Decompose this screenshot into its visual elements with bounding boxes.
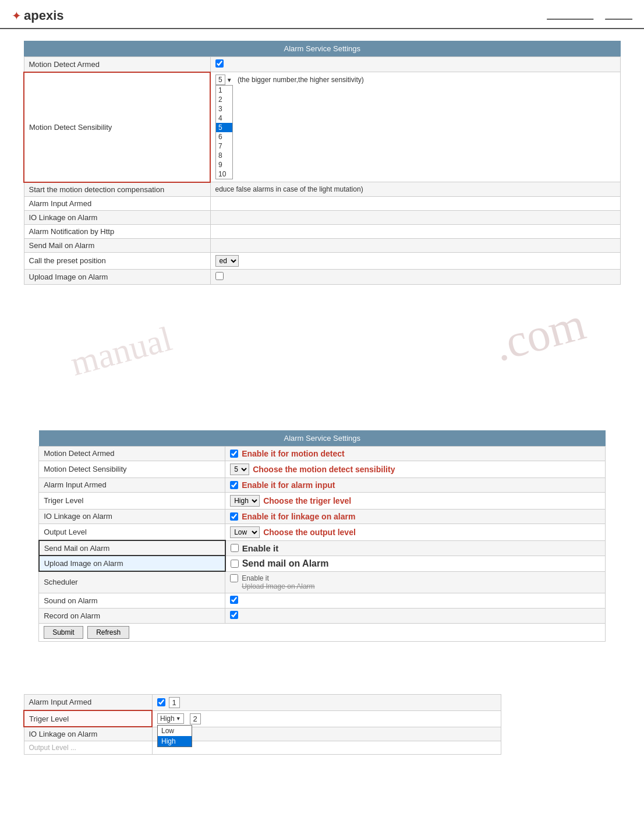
main-content: Alarm Service Settings Motion Detect Arm… <box>0 29 644 653</box>
sensibility-note: (the bigger number,the higher sensitivit… <box>238 75 364 84</box>
preset-position-label: Call the preset position <box>24 252 210 269</box>
send-mail-value <box>210 238 621 252</box>
m-sound-value <box>225 593 606 608</box>
io-linkage-label: IO Linkage on Alarm <box>24 210 210 224</box>
b-alarm-input-checkbox[interactable] <box>157 698 165 706</box>
m-alarm-input-value: Enable it for alarm input <box>225 478 606 492</box>
m-motion-detect-checkbox[interactable] <box>230 450 238 458</box>
table-row: Motion Detect Armed Enable it for motion… <box>39 446 606 461</box>
m-sound-checkbox[interactable] <box>230 596 238 604</box>
row-value <box>210 57 621 72</box>
m-record-label: Record on Alarm <box>39 608 225 623</box>
dropdown-arrow[interactable]: ▼ <box>227 77 232 83</box>
table-row: Sound on Alarm <box>39 593 606 608</box>
table-row: Alarm Input Armed <box>24 196 621 210</box>
option-9[interactable]: 9 <box>216 160 232 169</box>
top-table-title: Alarm Service Settings <box>24 41 621 57</box>
alarm-input-armed-value <box>210 196 621 210</box>
triger-select-display[interactable]: High ▼ <box>157 713 184 724</box>
table-row: Alarm Input Armed 1 <box>24 694 501 710</box>
bottom-alarm-table: Alarm Input Armed 1 Triger Level High ▼ <box>23 694 501 755</box>
alarm-input-armed-label: Alarm Input Armed <box>24 196 210 210</box>
m-scheduler-checkbox[interactable] <box>230 574 238 582</box>
m-output-label: Output Level <box>39 524 225 540</box>
motion-sensibility-label: Motion Detect Sensibility <box>24 72 210 182</box>
m-send-mail-label: Send Mail on Alarm <box>39 540 225 556</box>
header-link-2[interactable]: _______ <box>605 12 632 20</box>
table-row: Triger Level High Low Choose the triger … <box>39 492 606 509</box>
m-scheduler-note2: Upload Image on Alarm <box>242 582 314 590</box>
send-mail-label: Send Mail on Alarm <box>24 238 210 252</box>
b-triger-value: High ▼ Low High 2 <box>152 710 501 727</box>
upload-image-checkbox[interactable] <box>215 272 224 280</box>
logo-text: apexis <box>24 8 64 23</box>
m-motion-detect-value: Enable it for motion detect <box>225 446 606 461</box>
triger-option-low[interactable]: Low <box>158 726 192 736</box>
preset-select[interactable]: ed <box>215 255 239 267</box>
motion-detect-armed-checkbox[interactable] <box>215 59 224 68</box>
table-row: IO Linkage on Alarm Enable it for linkag… <box>39 509 606 524</box>
top-alarm-table: Alarm Service Settings Motion Detect Arm… <box>23 41 621 285</box>
sensibility-dropdown[interactable]: 1 2 3 4 5 6 7 8 9 10 <box>215 85 233 179</box>
upload-image-label: Upload Image on Alarm <box>24 269 210 284</box>
upload-image-value <box>210 269 621 284</box>
submit-button[interactable]: Submit <box>44 626 83 639</box>
m-scheduler-value: Enable it Upload Image on Alarm <box>225 571 606 593</box>
m-sensibility-value: 5 Choose the motion detect sensibility <box>225 461 606 478</box>
option-2[interactable]: 2 <box>216 95 232 104</box>
io-linkage-value <box>210 210 621 224</box>
table-row: Motion Detect Sensibility 5 ▼ 1 2 3 <box>24 72 621 182</box>
b-triger-label: Triger Level <box>24 710 152 727</box>
m-send-mail-checkbox[interactable] <box>231 544 239 552</box>
preset-position-value: ed <box>210 252 621 269</box>
form-buttons-cell: Submit Refresh <box>39 623 606 641</box>
m-record-value <box>225 608 606 623</box>
table-row: Upload Image on Alarm <box>24 269 621 284</box>
watermark-com: .com <box>489 297 591 372</box>
header: ✦ apexis ____________ _______ <box>0 0 644 29</box>
option-6[interactable]: 6 <box>216 132 232 142</box>
sensibility-value-display: 5 <box>215 75 225 85</box>
m-io-linkage-annotation: Enable it for linkage on alarm <box>242 512 355 521</box>
middle-alarm-table: Alarm Service Settings Motion Detect Arm… <box>38 430 606 642</box>
middle-table-title: Alarm Service Settings <box>39 430 606 447</box>
m-triger-annotation: Choose the triger level <box>263 496 351 505</box>
table-row: Motion Detect Sensibility 5 Choose the m… <box>39 461 606 478</box>
option-8[interactable]: 8 <box>216 151 232 160</box>
table-row: Output Level ... <box>24 741 501 755</box>
m-output-select[interactable]: Low High <box>230 526 260 538</box>
table-row: Output Level Low High Choose the output … <box>39 524 606 540</box>
b-output-label: Output Level ... <box>24 741 152 755</box>
triger-dropdown-open: Low High <box>157 725 192 747</box>
refresh-button[interactable]: Refresh <box>87 626 129 639</box>
m-sound-label: Sound on Alarm <box>39 593 225 608</box>
m-sensibility-label: Motion Detect Sensibility <box>39 461 225 478</box>
table-row: IO Linkage on Alarm <box>24 727 501 741</box>
m-upload-image-checkbox[interactable] <box>231 560 239 568</box>
compensation-note: educe false alarms in case of the light … <box>215 185 363 193</box>
m-io-linkage-checkbox[interactable] <box>230 512 238 521</box>
m-record-checkbox[interactable] <box>230 611 238 619</box>
table-row: Call the preset position ed <box>24 252 621 269</box>
header-link-1[interactable]: ____________ <box>547 12 593 20</box>
option-4[interactable]: 4 <box>216 114 232 123</box>
option-3[interactable]: 3 <box>216 104 232 114</box>
m-sensibility-select[interactable]: 5 <box>230 464 249 475</box>
m-triger-select[interactable]: High Low <box>230 495 260 507</box>
alarm-http-label: Alarm Notification by Http <box>24 224 210 238</box>
triger-option-high[interactable]: High <box>158 736 192 747</box>
motion-compensation-value: educe false alarms in case of the light … <box>210 182 621 197</box>
option-7[interactable]: 7 <box>216 142 232 151</box>
header-links: ____________ _______ <box>547 12 632 20</box>
m-alarm-input-checkbox[interactable] <box>230 481 238 489</box>
option-1[interactable]: 1 <box>216 86 232 95</box>
watermark-manual: manual <box>66 319 176 384</box>
m-scheduler-label: Scheduler <box>39 571 225 593</box>
m-motion-detect-label: Motion Detect Armed <box>39 446 225 461</box>
b-alarm-input-value: 1 <box>152 694 501 710</box>
m-io-linkage-value: Enable it for linkage on alarm <box>225 509 606 524</box>
option-5[interactable]: 5 <box>216 123 232 132</box>
option-10[interactable]: 10 <box>216 169 232 179</box>
b-alarm-input-label: Alarm Input Armed <box>24 694 152 710</box>
alarm-http-value <box>210 224 621 238</box>
